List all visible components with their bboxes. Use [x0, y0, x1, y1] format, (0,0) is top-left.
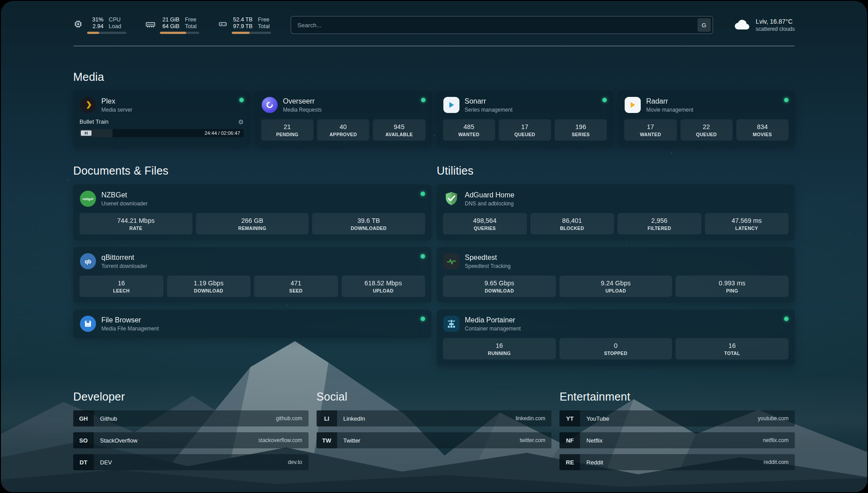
now-playing-widget: Bullet Train⚙24:44 / 02:06:47: [79, 118, 244, 137]
stat-label: WANTED: [445, 132, 493, 137]
cpu-load-label: Load: [109, 23, 126, 29]
stat-rate: 744.21 MbpsRATE: [79, 213, 192, 234]
disk-widget: 52.4 TB Free 97.9 TB Total: [218, 17, 271, 34]
stat-label: AVAILABLE: [375, 132, 423, 137]
service-card-filebrowser[interactable]: File BrowserMedia File Management: [73, 309, 431, 338]
speedtest-icon: [443, 253, 460, 270]
stat-value: 498,564: [445, 217, 525, 224]
status-dot-online: [784, 98, 789, 102]
service-card-plex[interactable]: PlexMedia serverBullet Train⚙24:44 / 02:…: [73, 91, 250, 146]
bookmark-name: Github: [100, 415, 117, 422]
overseerr-icon: [261, 96, 278, 113]
service-text: OverseerrMedia Requests: [283, 97, 322, 113]
topbar: 31% CPU 2.94 Load 21 GiB: [73, 1, 795, 34]
section-title-media: Media: [73, 71, 795, 84]
bookmark-github[interactable]: GHGithubgithub.com: [73, 410, 309, 426]
weather-location: Lviv, 16.87°C: [756, 18, 795, 25]
status-dot-online: [421, 254, 425, 259]
service-header: File BrowserMedia File Management: [79, 315, 425, 332]
bookmark-abbr: YT: [559, 410, 580, 426]
stat-value: 196: [556, 123, 605, 130]
bookmark-name: LinkedIn: [343, 415, 365, 422]
status-dot-online: [784, 317, 789, 321]
bookmark-abbr: RE: [559, 454, 580, 470]
bookmark-group-developer: DeveloperGHGithubgithub.comSOStackOverfl…: [73, 390, 309, 476]
service-card-radarr[interactable]: RadarrMovie management17WANTED22QUEUED83…: [618, 91, 795, 146]
bookmark-url: linkedin.com: [516, 415, 546, 422]
bookmark-reddit[interactable]: RERedditreddit.com: [559, 454, 795, 470]
search-input[interactable]: [291, 16, 713, 34]
weather-widget[interactable]: Lviv, 16.87°C scattered clouds: [734, 17, 795, 33]
service-desc: Media server: [101, 107, 132, 113]
bookmark-dev[interactable]: DTDEVdev.to: [73, 454, 309, 470]
stat-running: 16RUNNING: [443, 338, 556, 359]
stat-wanted: 485WANTED: [443, 119, 495, 141]
service-name: Media Portainer: [465, 316, 521, 324]
memory-free-label: Free: [185, 17, 199, 23]
stat-total: 16TOTAL: [676, 338, 789, 359]
service-card-overseerr[interactable]: OverseerrMedia Requests21PENDING40APPROV…: [255, 91, 432, 146]
stat-label: REMAINING: [198, 226, 307, 231]
service-desc: Speedtest Tracking: [465, 263, 511, 269]
bookmark-youtube[interactable]: YTYouTubeyoutube.com: [559, 410, 795, 426]
utilities-column: AdGuard HomeDNS and adblocking498,564QUE…: [437, 184, 795, 365]
stat-label: QUEUED: [501, 132, 549, 137]
stat-queued: 17QUEUED: [499, 119, 551, 141]
service-name: File Browser: [101, 316, 159, 324]
weather-condition: scattered clouds: [756, 26, 795, 32]
bookmark-twitter[interactable]: TWTwittertwitter.com: [317, 432, 552, 448]
service-header: OverseerrMedia Requests: [261, 96, 426, 113]
service-desc: DNS and adblocking: [465, 201, 514, 207]
stat-row: 16LEECH1.19 GbpsDOWNLOAD471SEED618.52 Mb…: [79, 276, 425, 297]
service-card-sonarr[interactable]: SonarrSeries management485WANTED17QUEUED…: [437, 91, 613, 146]
service-card-nzbget[interactable]: nzbgetNZBGetUsenet downloader744.21 Mbps…: [73, 184, 431, 240]
bookmark-group-entertainment: EntertainmentYTYouTubeyoutube.comNFNetfl…: [559, 390, 795, 476]
service-header: RadarrMovie management: [624, 96, 789, 113]
bookmark-url: dev.to: [288, 459, 302, 465]
stat-seed: 471SEED: [254, 276, 338, 297]
bookmark-name: DEV: [100, 459, 112, 466]
service-text: Media PortainerContainer management: [465, 316, 521, 332]
stat-download: 9.65 GbpsDOWNLOAD: [443, 276, 556, 297]
stat-label: DOWNLOADED: [314, 226, 423, 231]
disk-total-label: Total: [258, 23, 271, 29]
service-text: SpeedtestSpeedtest Tracking: [465, 254, 511, 269]
stat-queries: 498,564QUERIES: [443, 213, 527, 234]
gear-icon[interactable]: ⚙: [238, 119, 244, 125]
media-section: Media PlexMedia serverBullet Train⚙24:44…: [73, 71, 795, 146]
disk-total: 97.9 TB: [232, 23, 253, 29]
memory-free: 21 GiB: [160, 17, 179, 23]
memory-widget: 21 GiB Free 64 GiB Total: [145, 17, 199, 34]
service-header: AdGuard HomeDNS and adblocking: [443, 190, 789, 207]
service-card-adguard[interactable]: AdGuard HomeDNS and adblocking498,564QUE…: [437, 184, 795, 240]
bookmark-netflix[interactable]: NFNetflixnetflix.com: [559, 432, 795, 448]
bookmark-abbr: NF: [559, 432, 580, 448]
stat-label: UPLOAD: [561, 288, 671, 293]
playback-progress-bar[interactable]: 24:44 / 02:06:47: [79, 129, 244, 137]
bookmark-group-social: SocialLILinkedInlinkedin.comTWTwittertwi…: [317, 390, 552, 476]
pause-icon[interactable]: [81, 130, 92, 136]
section-title-utilities: Utilities: [437, 164, 795, 177]
bookmark-linkedin[interactable]: LILinkedInlinkedin.com: [317, 410, 552, 426]
service-header: SpeedtestSpeedtest Tracking: [443, 253, 789, 270]
section-title-developer: Developer: [73, 390, 309, 403]
service-header: qbqBittorrentTorrent downloader: [79, 253, 425, 270]
service-card-speedtest[interactable]: SpeedtestSpeedtest Tracking9.65 GbpsDOWN…: [437, 247, 795, 303]
stat-series: 196SERIES: [555, 119, 607, 141]
stat-latency: 47.569 msLATENCY: [705, 213, 789, 234]
service-card-portainer[interactable]: Media PortainerContainer management16RUN…: [437, 309, 795, 365]
stat-upload: 9.24 GbpsUPLOAD: [559, 276, 672, 297]
stat-label: LATENCY: [707, 226, 787, 231]
bookmark-name: StackOverflow: [100, 437, 138, 444]
cpu-percent: 31%: [87, 17, 104, 23]
bookmark-stackoverflow[interactable]: SOStackOverflowstackoverflow.com: [73, 432, 309, 448]
service-name: Plex: [101, 97, 132, 105]
memory-total-label: Total: [185, 23, 199, 29]
stat-value: 47.569 ms: [707, 217, 787, 224]
stat-downloaded: 39.6 TBDOWNLOADED: [312, 213, 425, 234]
service-card-qbittorrent[interactable]: qbqBittorrentTorrent downloader16LEECH1.…: [73, 247, 431, 303]
stat-label: PING: [677, 288, 787, 293]
search-provider-button[interactable]: G: [697, 18, 711, 32]
stat-label: SERIES: [556, 132, 605, 137]
media-grid: PlexMedia serverBullet Train⚙24:44 / 02:…: [73, 91, 795, 146]
